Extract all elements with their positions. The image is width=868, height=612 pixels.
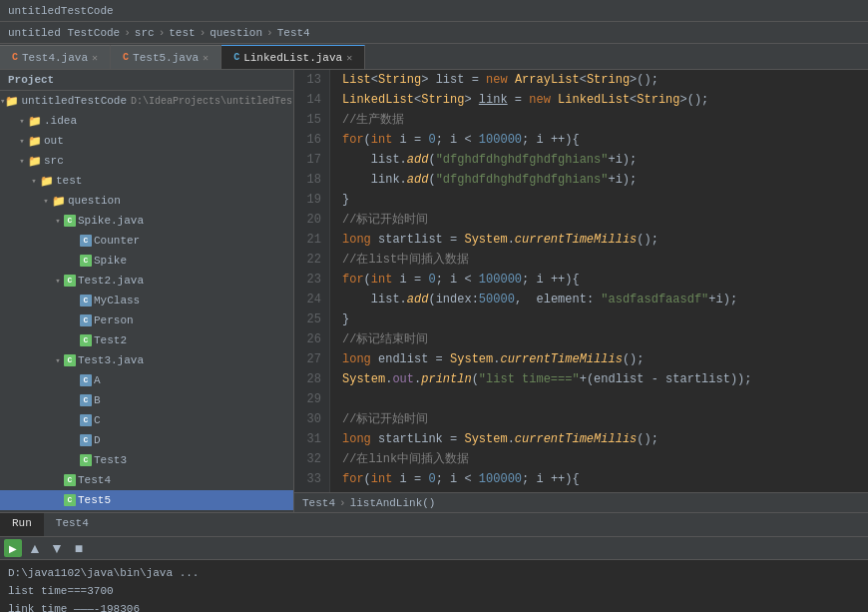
tree-item-test5[interactable]: C Test5 [0, 490, 293, 510]
tree-label-test3-class: Test3 [94, 454, 127, 466]
tree-label-c: C [94, 414, 101, 426]
arrow-idea: ▾ [16, 116, 28, 127]
tree-label-src: src [44, 155, 64, 167]
tree-item-test[interactable]: ▾ 📁 test [0, 171, 293, 191]
console-output-line2: link time ———-198306 [8, 600, 860, 612]
class-test2-java-icon: C [64, 275, 76, 287]
tree-label-test2-class: Test2 [94, 334, 127, 346]
tree-item-test2-class[interactable]: C Test2 [0, 330, 293, 350]
tree-item-root[interactable]: ▾ 📁 untitledTestCode D:\IdeaProjects\unt… [0, 91, 293, 111]
code-area[interactable]: 13 14 15 16 17 18 19 20 21 22 23 24 25 2… [294, 70, 868, 492]
sidebar-header: Project [0, 70, 293, 91]
arrow-question: ▾ [40, 196, 52, 207]
class-test4-icon: C [64, 474, 76, 486]
breadcrumb-src: src [135, 27, 155, 39]
main-area: Project ▾ 📁 untitledTestCode D:\IdeaProj… [0, 70, 868, 512]
tree-label-test: test [56, 175, 82, 187]
breadcrumb-question: question [210, 27, 262, 39]
tree-label-spike-java: Spike.java [78, 215, 144, 227]
folder-src-icon: 📁 [28, 155, 42, 168]
console-output: D:\java1102\java\bin\java ... list time=… [0, 560, 868, 612]
console-list-time: list time===3700 [8, 585, 114, 597]
tree-item-test4[interactable]: C Test4 [0, 470, 293, 490]
tab-test5-label: Test5.java [133, 52, 199, 64]
bottom-tab-test4-label: Test4 [56, 517, 89, 529]
tab-test5[interactable]: C Test5.java ✕ [111, 45, 221, 69]
tree-item-counter[interactable]: C Counter [0, 231, 293, 251]
java-icon: C [12, 52, 18, 63]
arrow-spike: ▾ [52, 216, 64, 227]
tree-item-spike-java[interactable]: ▾ C Spike.java [0, 211, 293, 231]
editor: 13 14 15 16 17 18 19 20 21 22 23 24 25 2… [294, 70, 868, 512]
tree-label-idea: .idea [44, 115, 77, 127]
tree-label-a: A [94, 374, 101, 386]
class-d-icon: C [80, 434, 92, 446]
editor-breadcrumb: Test4 › listAndLink() [294, 492, 868, 512]
file-tree[interactable]: ▾ 📁 untitledTestCode D:\IdeaProjects\unt… [0, 91, 293, 512]
tree-label-question: question [68, 195, 121, 207]
tree-label-root: untitledTestCode [21, 95, 127, 107]
tree-item-d[interactable]: C D [0, 430, 293, 450]
bottom-tabs: Run Test4 [0, 513, 868, 537]
console-link-time: link time ———-198306 [8, 603, 140, 612]
tree-item-out[interactable]: ▾ 📁 out [0, 131, 293, 151]
tree-item-test2-java[interactable]: ▾ C Test2.java [0, 271, 293, 291]
tree-item-idea[interactable]: ▾ 📁 .idea [0, 111, 293, 131]
java-linked-icon: C [233, 52, 239, 63]
tab-linkedlist[interactable]: C LinkedList.java ✕ [221, 45, 365, 69]
tab-test4-close[interactable]: ✕ [92, 52, 98, 64]
tree-item-b[interactable]: C B [0, 390, 293, 410]
tree-label-test2-java: Test2.java [78, 275, 144, 287]
bottom-toolbar: ▶ ▲ ▼ ■ [0, 537, 868, 560]
tree-item-person[interactable]: C Person [0, 310, 293, 330]
tree-item-a[interactable]: C A [0, 370, 293, 390]
tree-label-person: Person [94, 314, 134, 326]
bottom-tab-run[interactable]: Run [0, 513, 44, 536]
class-person-icon: C [80, 314, 92, 326]
code-content[interactable]: List<String> list = new ArrayList<String… [330, 70, 868, 492]
tab-test4-label: Test4.java [22, 52, 88, 64]
tree-label-myclass: MyClass [94, 295, 140, 306]
class-counter-icon: C [80, 235, 92, 247]
class-myclass-icon: C [80, 295, 92, 306]
bottom-tab-run-label: Run [12, 517, 32, 529]
tree-item-test3-class[interactable]: C Test3 [0, 450, 293, 470]
folder-root-icon: 📁 [5, 95, 19, 108]
tree-label-out: out [44, 135, 64, 147]
console-cmd-text: D:\java1102\java\bin\java ... [8, 567, 199, 579]
tabs-bar: C Test4.java ✕ C Test5.java ✕ C LinkedLi… [0, 44, 868, 70]
class-a-icon: C [80, 374, 92, 386]
class-b-icon: C [80, 394, 92, 406]
title-bar: untitledTestCode [0, 0, 868, 22]
class-test3-java-icon: C [64, 354, 76, 366]
breadcrumb-bar: untitled TestCode › src › test › questio… [0, 22, 868, 44]
tree-label-spike: Spike [94, 255, 127, 267]
java-icon2: C [123, 52, 129, 63]
arrow-src: ▾ [16, 156, 28, 167]
run-button[interactable]: ▶ [4, 539, 22, 557]
tab-linkedlist-close[interactable]: ✕ [346, 52, 352, 64]
tree-item-question[interactable]: ▾ 📁 question [0, 191, 293, 211]
bottom-tab-test4[interactable]: Test4 [44, 513, 101, 536]
tab-test5-close[interactable]: ✕ [203, 52, 209, 64]
breadcrumb-test: test [169, 27, 195, 39]
tree-item-test3-java[interactable]: ▾ C Test3.java [0, 350, 293, 370]
tree-item-c[interactable]: C C [0, 410, 293, 430]
arrow-test2: ▾ [52, 276, 64, 287]
class-spike-class-icon: C [80, 255, 92, 267]
console-output-line1: list time===3700 [8, 582, 860, 600]
up-button[interactable]: ▲ [26, 539, 44, 557]
tree-label-test3-java: Test3.java [78, 354, 144, 366]
tree-item-src[interactable]: ▾ 📁 src [0, 151, 293, 171]
down-button[interactable]: ▼ [48, 539, 66, 557]
stop-button[interactable]: ■ [70, 539, 88, 557]
arrow-test3: ▾ [52, 355, 64, 366]
tree-item-myclass[interactable]: C MyClass [0, 291, 293, 310]
breadcrumb-test4: Test4 [277, 27, 310, 39]
title-text: untitledTestCode [8, 5, 114, 17]
tab-test4[interactable]: C Test4.java ✕ [0, 45, 111, 69]
arrow-test: ▾ [28, 176, 40, 187]
tree-label-test5: Test5 [78, 494, 111, 506]
class-test3-class-icon: C [80, 454, 92, 466]
tree-item-spike[interactable]: C Spike [0, 251, 293, 271]
